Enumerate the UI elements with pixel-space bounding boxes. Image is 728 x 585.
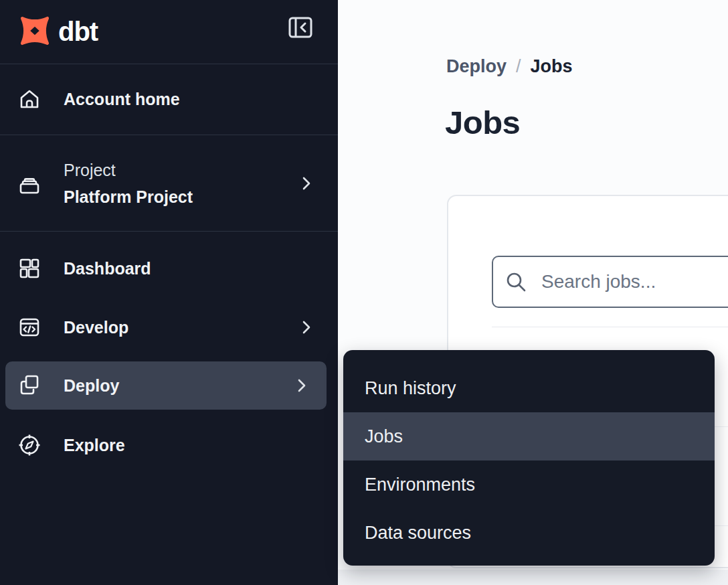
sidebar-collapse-button[interactable] bbox=[287, 15, 314, 40]
page-background-strip bbox=[338, 570, 728, 585]
sidebar-item-label: Dashboard bbox=[64, 259, 151, 278]
chevron-right-icon bbox=[302, 321, 311, 334]
sidebar-item-label: Explore bbox=[64, 436, 125, 455]
breadcrumb: Deploy / Jobs bbox=[446, 56, 573, 77]
search-jobs-input[interactable] bbox=[492, 256, 728, 308]
sidebar-item-deploy[interactable]: Deploy bbox=[5, 361, 327, 410]
sidebar-item-project[interactable]: Project Platform Project bbox=[0, 135, 338, 231]
sidebar-item-dashboard[interactable]: Dashboard bbox=[0, 240, 338, 297]
chevron-right-icon bbox=[302, 177, 311, 190]
flyout-item-environments[interactable]: Environments bbox=[343, 461, 715, 509]
breadcrumb-separator: / bbox=[516, 56, 521, 77]
flyout-item-run-history[interactable]: Run history bbox=[343, 364, 715, 412]
flyout-item-label: Data sources bbox=[365, 523, 471, 544]
project-text: Project Platform Project bbox=[64, 157, 193, 210]
collapse-sidebar-icon bbox=[288, 15, 313, 39]
home-icon bbox=[17, 88, 41, 112]
sidebar-item-label: Deploy bbox=[64, 376, 119, 396]
project-name: Platform Project bbox=[64, 183, 193, 210]
sidebar-item-label: Develop bbox=[64, 318, 128, 337]
dbt-logo-text: dbt bbox=[58, 17, 98, 47]
code-window-icon bbox=[17, 315, 41, 339]
chevron-right-icon bbox=[297, 379, 306, 392]
project-stack-icon bbox=[17, 171, 41, 195]
deploy-flyout-menu: Run history Jobs Environments Data sourc… bbox=[343, 350, 715, 566]
sidebar-header: dbt bbox=[0, 0, 338, 64]
flyout-item-data-sources[interactable]: Data sources bbox=[343, 509, 715, 557]
dbt-logo-icon bbox=[17, 13, 52, 51]
breadcrumb-parent[interactable]: Deploy bbox=[446, 56, 507, 77]
overlap-squares-icon bbox=[17, 373, 41, 398]
sidebar: dbt Account home Project Platform Projec… bbox=[0, 0, 338, 585]
breadcrumb-current: Jobs bbox=[531, 56, 573, 77]
flyout-item-jobs[interactable]: Jobs bbox=[343, 412, 715, 461]
flyout-item-label: Environments bbox=[365, 475, 475, 495]
sidebar-item-account-home[interactable]: Account home bbox=[0, 64, 338, 135]
flyout-item-label: Run history bbox=[365, 378, 456, 399]
page-title: Jobs bbox=[445, 104, 520, 141]
compass-icon bbox=[17, 433, 41, 457]
sidebar-item-label: Account home bbox=[64, 90, 180, 109]
sidebar-item-develop[interactable]: Develop bbox=[0, 299, 338, 356]
divider bbox=[492, 327, 728, 327]
divider bbox=[0, 231, 338, 232]
project-label: Project bbox=[64, 157, 193, 183]
flyout-item-label: Jobs bbox=[365, 426, 403, 447]
search-wrap bbox=[492, 256, 728, 308]
sidebar-item-explore[interactable]: Explore bbox=[0, 416, 338, 474]
dashboard-grid-icon bbox=[17, 256, 41, 280]
